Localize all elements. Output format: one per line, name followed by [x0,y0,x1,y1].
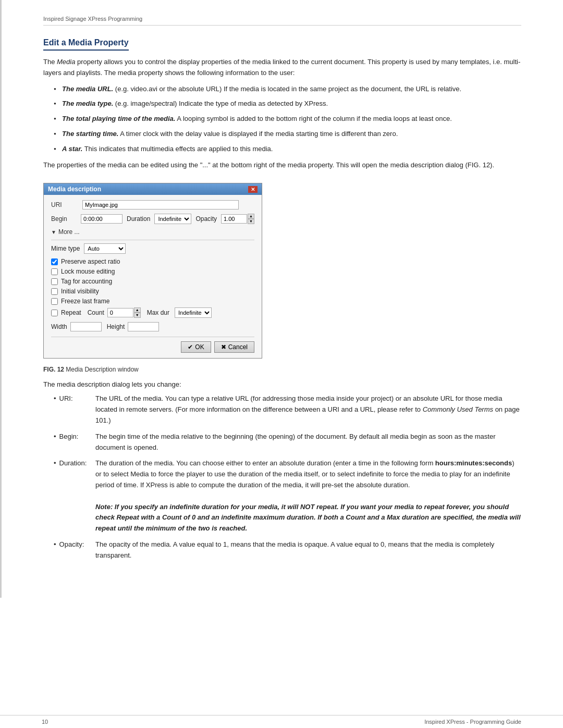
desc-term-duration: Duration: [54,458,95,534]
desc-term-opacity: Opacity: [54,539,95,561]
opacity-label: Opacity [195,215,217,223]
list-item: The total playing time of the media. A l… [54,114,521,125]
header-title: Inspired Signage XPress Programming [43,16,142,22]
begin-row: Begin Duration Indefinite Media Opacity … [51,214,254,224]
section-title: Edit a Media Property [43,38,129,51]
desc-item-begin: Begin: The begin time of the media relat… [54,431,521,453]
maxdur-select[interactable]: Indefinite [175,307,212,318]
uri-row: URI [51,200,254,209]
freeze-last-row: Freeze last frame [51,298,254,305]
page-header: Inspired Signage XPress Programming [43,16,521,26]
cancel-icon: ✖ [221,343,226,351]
initial-visibility-label: Initial visibility [61,288,99,295]
desc-def-opacity: The opacity of the media. A value equal … [95,539,521,561]
desc-def-duration: The duration of the media. You can choos… [95,458,521,534]
repeat-label: Repeat [61,309,81,316]
ok-icon: ✔ [188,343,193,351]
desc-term-uri: URI: [54,393,95,426]
mime-select[interactable]: Auto image/jpeg video/avi [84,243,126,254]
width-input[interactable] [70,322,102,331]
opacity-input[interactable] [221,214,247,224]
dialog-titlebar: Media description ✕ [44,183,262,195]
lock-mouse-row: Lock mouse editing [51,268,254,275]
count-arrows: ▲ ▼ [134,307,141,318]
width-label: Width [51,323,67,330]
fig-label: FIG. 12 [43,366,64,373]
fig-description: Media Description window [66,366,138,373]
lock-mouse-label: Lock mouse editing [61,268,115,275]
count-input[interactable] [107,308,133,317]
opacity-down-arrow[interactable]: ▼ [248,219,254,224]
opacity-spinner: ▲ ▼ [221,214,254,224]
page-container: Inspired Signage XPress Programming Edit… [0,0,563,598]
height-label: Height [107,323,125,330]
feature-list: The media URL. (e.g. video.avi or the ab… [54,84,521,155]
wh-row: Width Height [51,322,254,331]
list-item: The starting time. A timer clock with th… [54,129,521,140]
intro-paragraph: The Media property allows you to control… [43,57,521,79]
count-spinner: ▲ ▼ [107,307,141,318]
desc-term-begin: Begin: [54,431,95,453]
dialog-footer: ✔ OK ✖ Cancel [51,337,254,353]
preserve-aspect-label: Preserve aspect ratio [61,258,120,265]
footer-page-number: 10 [42,719,48,725]
desc-def-begin: The begin time of the media relative to … [95,431,521,453]
closing-paragraph: The properties of the media can be edite… [43,160,521,171]
dialog-title: Media description [48,186,101,193]
tag-accounting-checkbox[interactable] [51,278,58,285]
cancel-button[interactable]: ✖ Cancel [214,341,254,353]
dialog-body: URI Begin Duration Indefinite Media Opac… [44,195,262,358]
ok-button[interactable]: ✔ OK [181,341,211,353]
maxdur-label: Max dur [147,309,169,316]
duration-label: Duration [127,215,150,223]
initial-visibility-row: Initial visibility [51,288,254,295]
lock-mouse-checkbox[interactable] [51,268,58,275]
repeat-row: Repeat Count ▲ ▼ Max dur Indefinite [51,307,254,318]
opacity-up-arrow[interactable]: ▲ [248,214,254,219]
count-down-arrow[interactable]: ▼ [134,313,141,318]
count-up-arrow[interactable]: ▲ [134,307,141,313]
separator [51,240,254,240]
tag-accounting-row: Tag for accounting [51,278,254,285]
count-label: Count [88,309,104,316]
ok-label: OK [195,343,204,351]
list-item: A star. This indicates that multimedia e… [54,144,521,155]
uri-label: URI [51,201,82,208]
uri-input[interactable] [82,200,239,209]
freeze-last-label: Freeze last frame [61,298,109,305]
initial-visibility-checkbox[interactable] [51,288,58,295]
media-description-dialog: Media description ✕ URI Begin Duration I… [43,183,262,359]
duration-select[interactable]: Indefinite Media [154,214,191,224]
tag-accounting-label: Tag for accounting [61,278,112,285]
desc-list: URI: The URL of the media. You can type … [54,393,521,561]
dialog-wrapper: Media description ✕ URI Begin Duration I… [43,183,262,359]
desc-item-duration: Duration: The duration of the media. You… [54,458,521,534]
list-item: The media URL. (e.g. video.avi or the ab… [54,84,521,95]
desc-intro: The media description dialog lets you ch… [43,380,521,388]
preserve-aspect-row: Preserve aspect ratio [51,258,254,265]
more-arrow-icon: ▼ [51,229,56,235]
mime-row: Mime type Auto image/jpeg video/avi [51,243,254,254]
fig-caption: FIG. 12 Media Description window [43,366,521,373]
mime-label: Mime type [51,245,80,252]
opacity-arrows: ▲ ▼ [248,214,254,224]
desc-item-opacity: Opacity: The opacity of the media. A val… [54,539,521,561]
more-toggle[interactable]: ▼ More ... [51,228,254,236]
desc-def-uri: The URL of the media. You can type a rel… [95,393,521,426]
page-footer: 10 Inspired XPress - Programming Guide [0,715,563,728]
desc-item-uri: URI: The URL of the media. You can type … [54,393,521,426]
dialog-close-button[interactable]: ✕ [248,186,258,193]
freeze-last-checkbox[interactable] [51,298,58,305]
begin-input[interactable] [81,214,123,224]
height-input[interactable] [128,322,159,331]
more-label: More ... [58,228,80,236]
footer-right-text: Inspired XPress - Programming Guide [424,719,521,725]
begin-label: Begin [51,215,81,223]
repeat-checkbox[interactable] [51,310,58,316]
list-item: The media type. (e.g. image/spectral) In… [54,98,521,109]
cancel-label: Cancel [228,343,248,351]
preserve-aspect-checkbox[interactable] [51,258,58,265]
